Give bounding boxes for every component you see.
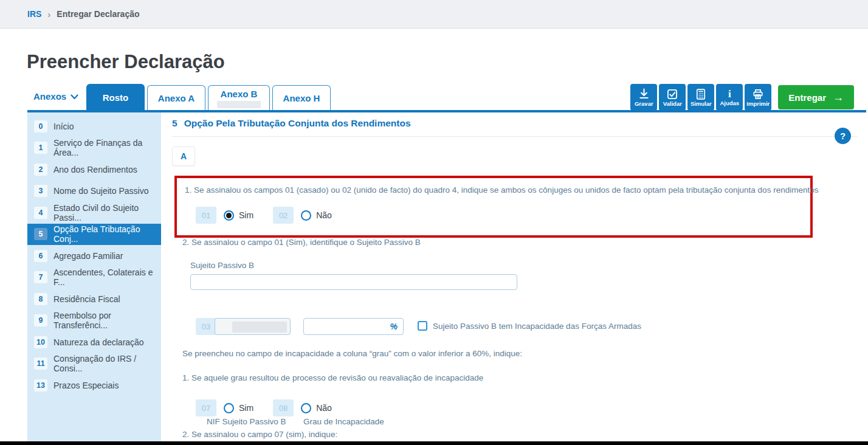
sidebar-item-badge: 10 (34, 336, 47, 348)
forcas-armadas-checkbox[interactable] (418, 321, 427, 331)
sidebar-item-9[interactable]: 9 Reembolso por Transferênci... (27, 310, 161, 332)
checkbox-check-icon (666, 88, 678, 100)
sidebar-item-13[interactable]: 13 Prazos Especiais (27, 374, 161, 396)
section-title: Opção Pela Tributação Conjunta dos Rendi… (184, 118, 411, 129)
sidebar-item-label: Ano dos Rendimentos (53, 165, 137, 174)
sidebar-item-badge: 6 (34, 250, 47, 262)
question-2-text: 2. Se assinalou o campo 01 (Sim), identi… (182, 238, 421, 247)
save-button[interactable]: Gravar (630, 84, 657, 111)
tab-anexo-b[interactable]: Anexo B (208, 85, 270, 111)
sidebar-item-6[interactable]: 6 Agregado Familiar (27, 245, 161, 267)
sidebar-item-badge: 1 (34, 142, 47, 154)
sidebar-item-0[interactable]: 0 Início (27, 116, 161, 137)
breadcrumb-root-link[interactable]: IRS (27, 9, 41, 19)
help-icon[interactable]: ? (835, 128, 851, 144)
sidebar-item-label: Nome do Sujeito Passivo (53, 186, 148, 196)
sidebar: 0 Início 1 Serviço de Finanças da Área..… (27, 112, 161, 441)
submit-button-label: Entregar (788, 92, 826, 103)
sidebar-item-label: Estado Civil do Sujeito Passi... (53, 203, 161, 222)
sidebar-item-badge: 7 (34, 271, 47, 283)
arrow-right-icon: → (833, 92, 844, 102)
calculator-icon (695, 88, 707, 100)
field-chip-01: 01 (196, 207, 216, 224)
radio-nao-02[interactable] (301, 210, 311, 221)
anexos-dropdown-label: Anexos (33, 91, 66, 102)
help-button[interactable]: i Ajudas (716, 84, 743, 111)
main-content: 5 Opção Pela Tributação Conjunta dos Ren… (172, 112, 868, 441)
submit-button[interactable]: Entregar → (778, 85, 854, 109)
question-1-text: 1. Se assinalou os campos 01 (casado) ou… (185, 185, 818, 195)
sidebar-item-8[interactable]: 8 Residência Fiscal (27, 288, 161, 310)
breadcrumb-current: Entregar Declaração (57, 9, 139, 19)
question-1-radio-group: 01 Sim 02 Não (196, 207, 332, 224)
sidebar-item-5-selected[interactable]: 5 Opção Pela Tributação Conj... (27, 224, 161, 246)
radio-nao-08-label: Não (316, 403, 332, 413)
tab-rosto-label: Rosto (103, 92, 129, 103)
revisao-question-text: 1. Se aquele grau resultou de processo d… (182, 373, 483, 382)
section-number: 5 (172, 118, 177, 129)
section-divider (172, 136, 857, 137)
sidebar-item-label: Início (53, 122, 74, 131)
breadcrumb-separator: › (47, 9, 50, 19)
bottom-strip (0, 441, 868, 445)
sidebar-item-badge: 13 (34, 379, 47, 392)
subtab-a[interactable]: A (172, 147, 195, 166)
sidebar-item-badge: 4 (34, 207, 47, 219)
sujeito-passivo-b-label: Sujeito Passivo B (190, 261, 254, 270)
tab-anexo-a[interactable]: Anexo A (147, 85, 205, 111)
tab-bar: Rosto Anexo A Anexo B Anexo H (86, 84, 331, 111)
radio-nao-02-label: Não (316, 210, 332, 220)
redacted-value (217, 101, 261, 108)
tab-anexo-a-label: Anexo A (158, 93, 195, 103)
radio-nao-08[interactable] (301, 403, 311, 413)
tab-anexo-h[interactable]: Anexo H (272, 85, 331, 111)
tab-anexo-h-label: Anexo H (283, 93, 320, 103)
chevron-down-icon (71, 91, 78, 102)
printer-icon (752, 88, 764, 100)
sidebar-item-7[interactable]: 7 Ascendentes, Colaterais e F... (27, 267, 161, 289)
nif-sujeito-b-input[interactable] (215, 318, 291, 335)
anexos-dropdown[interactable]: Anexos (33, 91, 78, 102)
tab-rosto[interactable]: Rosto (86, 84, 145, 111)
revisao-radio-group: 07 Sim 08 Não (196, 399, 332, 416)
sidebar-item-4[interactable]: 4 Estado Civil do Sujeito Passi... (27, 202, 161, 224)
simulate-button[interactable]: Simular (687, 84, 714, 111)
validate-button[interactable]: Validar (659, 84, 686, 111)
sidebar-item-1[interactable]: 1 Serviço de Finanças da Área... (27, 137, 161, 159)
section-heading: 5 Opção Pela Tributação Conjunta dos Ren… (172, 118, 411, 129)
page-title: Preencher Declaração (27, 51, 225, 73)
sidebar-item-label: Reembolso por Transferênci... (53, 311, 161, 330)
sidebar-item-11[interactable]: 11 Consignação do IRS / Consi... (27, 353, 161, 375)
sidebar-item-3[interactable]: 3 Nome do Sujeito Passivo (27, 181, 161, 202)
radio-sim-01-label: Sim (239, 210, 253, 220)
redacted-value (232, 322, 287, 333)
radio-sim-07[interactable] (224, 403, 234, 413)
sidebar-item-badge: 0 (34, 120, 47, 133)
help-button-label: Ajudas (720, 100, 739, 106)
sujeito-passivo-b-input[interactable] (190, 274, 517, 290)
forcas-armadas-checkbox-label: Sujeito Passivo B tem Incapacidade das F… (433, 322, 641, 331)
sidebar-item-label: Natureza da declaração (53, 337, 144, 347)
sidebar-item-label: Prazos Especiais (53, 381, 119, 390)
simulate-button-label: Simular (691, 100, 712, 107)
sidebar-item-label: Residência Fiscal (53, 294, 120, 304)
sidebar-item-badge: 2 (34, 164, 47, 176)
print-button[interactable]: Imprimir (745, 84, 771, 111)
sidebar-item-label: Agregado Familiar (53, 251, 123, 261)
nif-sujeito-b-label: NIF Sujeito Passivo B (207, 417, 286, 426)
info-icon: i (728, 89, 731, 100)
radio-sim-01[interactable] (224, 210, 234, 221)
percent-suffix: % (390, 322, 398, 331)
breadcrumb: IRS › Entregar Declaração (0, 0, 868, 29)
sidebar-item-badge: 9 (34, 314, 47, 326)
field-chip-03: 03 (196, 318, 216, 335)
save-button-label: Gravar (635, 100, 653, 107)
grau-incapacidade-input[interactable]: % (303, 318, 404, 335)
print-button-label: Imprimir (746, 100, 770, 107)
sidebar-item-badge: 5 (34, 228, 47, 240)
page: IRS › Entregar Declaração Preencher Decl… (0, 0, 868, 445)
sidebar-item-2[interactable]: 2 Ano dos Rendimentos (27, 159, 161, 181)
grau-incapacidade-label: Grau de Incapacidade (303, 417, 384, 426)
tab-anexo-b-label: Anexo B (221, 89, 258, 99)
sidebar-item-10[interactable]: 10 Natureza da declaração (27, 331, 161, 353)
